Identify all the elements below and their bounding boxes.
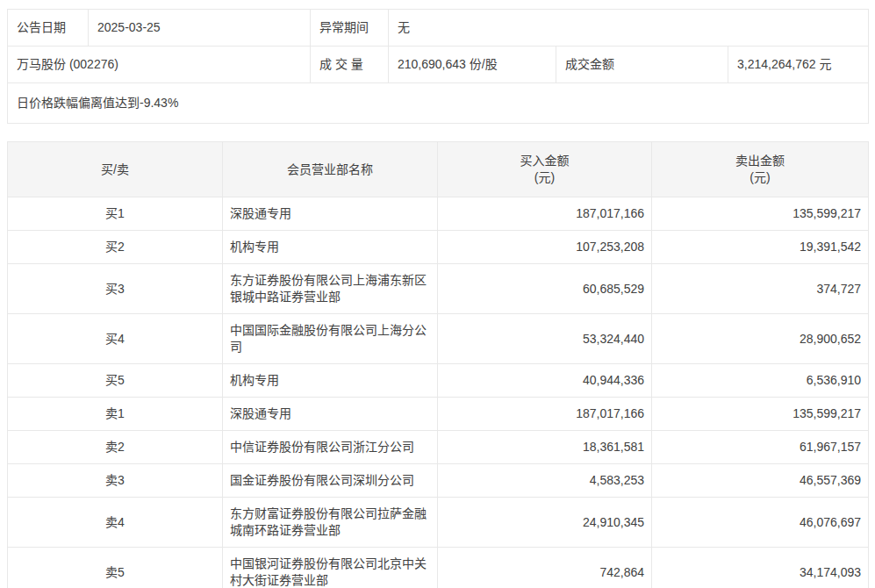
branch-cell: 机构专用 xyxy=(223,364,438,398)
side-cell: 买3 xyxy=(8,264,223,314)
table-row: 买1 深股通专用 187,017,166 135,599,217 xyxy=(8,197,869,231)
table-row: 买4 中国国际金融股份有限公司上海分公司 53,324,440 28,900,6… xyxy=(8,314,869,364)
table-row: 卖2 中信证券股份有限公司浙江分公司 18,361,581 61,967,157 xyxy=(8,431,869,464)
abnormal-period-label: 异常期间 xyxy=(311,10,389,47)
col-header-side-label: 买/卖 xyxy=(15,161,215,178)
table-row: 买3 东方证券股份有限公司上海浦东新区银城中路证券营业部 60,685,529 … xyxy=(8,264,869,314)
table-row: 卖5 中国银河证券股份有限公司北京中关村大街证券营业部 742,864 34,1… xyxy=(8,548,869,588)
col-header-side: 买/卖 xyxy=(8,142,223,197)
table-row: 卖4 东方财富证券股份有限公司拉萨金融城南环路证券营业部 24,910,345 … xyxy=(8,498,869,548)
col-header-buy-unit: (元) xyxy=(445,169,644,186)
table-row: 买2 机构专用 107,253,208 19,391,542 xyxy=(8,231,869,264)
buy-amount-cell: 107,253,208 xyxy=(438,231,652,264)
side-cell: 买5 xyxy=(8,364,223,398)
sell-amount-cell: 135,599,217 xyxy=(652,197,869,231)
info-row-stock: 万马股份 (002276) 成 交 量 210,690,643 份/股 成交金额… xyxy=(8,47,869,83)
col-header-sell: 卖出金额 (元) xyxy=(652,142,869,197)
abnormal-period-value: 无 xyxy=(389,10,869,47)
table-header-row: 买/卖 会员营业部名称 买入金额 (元) 卖出金额 (元) xyxy=(8,142,869,197)
side-cell: 卖4 xyxy=(8,498,223,548)
table-row: 卖3 国金证券股份有限公司深圳分公司 4,583,253 46,557,369 xyxy=(8,464,869,498)
stock-name: 万马股份 (002276) xyxy=(8,47,311,83)
side-cell: 买1 xyxy=(8,197,223,231)
buy-amount-cell: 187,017,166 xyxy=(438,197,652,231)
branch-cell: 国金证券股份有限公司深圳分公司 xyxy=(223,464,438,498)
branch-cell: 中国国际金融股份有限公司上海分公司 xyxy=(223,314,438,364)
deviation-note: 日价格跌幅偏离值达到-9.43% xyxy=(8,83,869,124)
buy-amount-cell: 4,583,253 xyxy=(438,464,652,498)
info-row-announce: 公告日期 2025-03-25 异常期间 无 xyxy=(8,10,869,47)
info-row-reason: 日价格跌幅偏离值达到-9.43% xyxy=(8,83,869,124)
buy-amount-cell: 53,324,440 xyxy=(438,314,652,364)
stock-info-panel: 公告日期 2025-03-25 异常期间 无 万马股份 (002276) 成 交… xyxy=(7,9,869,124)
branch-cell: 东方证券股份有限公司上海浦东新区银城中路证券营业部 xyxy=(223,264,438,314)
buy-amount-cell: 742,864 xyxy=(438,548,652,588)
sell-amount-cell: 61,967,157 xyxy=(652,431,869,464)
announce-date-label: 公告日期 xyxy=(8,10,89,47)
sell-amount-cell: 34,174,093 xyxy=(652,548,869,588)
sell-amount-cell: 374,727 xyxy=(652,264,869,314)
col-header-sell-label: 卖出金额 xyxy=(659,153,861,169)
announce-date-value: 2025-03-25 xyxy=(89,10,311,47)
stock-lhb-page: 公告日期 2025-03-25 异常期间 无 万马股份 (002276) 成 交… xyxy=(0,0,875,588)
buy-amount-cell: 24,910,345 xyxy=(438,498,652,548)
table-row: 买5 机构专用 40,944,336 6,536,910 xyxy=(8,364,869,398)
col-header-branch: 会员营业部名称 xyxy=(223,142,438,197)
sell-amount-cell: 28,900,652 xyxy=(652,314,869,364)
branch-cell: 深股通专用 xyxy=(223,398,438,431)
side-cell: 买4 xyxy=(8,314,223,364)
volume-value: 210,690,643 份/股 xyxy=(389,47,556,83)
buy-amount-cell: 60,685,529 xyxy=(438,264,652,314)
col-header-branch-label: 会员营业部名称 xyxy=(230,161,430,178)
branch-cell: 机构专用 xyxy=(223,231,438,264)
side-cell: 卖2 xyxy=(8,431,223,464)
col-header-buy: 买入金额 (元) xyxy=(438,142,652,197)
branch-cell: 东方财富证券股份有限公司拉萨金融城南环路证券营业部 xyxy=(223,498,438,548)
turnover-label: 成交金额 xyxy=(556,47,728,83)
side-cell: 买2 xyxy=(8,231,223,264)
buy-amount-cell: 18,361,581 xyxy=(438,431,652,464)
volume-label: 成 交 量 xyxy=(311,47,389,83)
sell-amount-cell: 19,391,542 xyxy=(652,231,869,264)
sell-amount-cell: 46,557,369 xyxy=(652,464,869,498)
side-cell: 卖1 xyxy=(8,398,223,431)
turnover-value: 3,214,264,762 元 xyxy=(728,47,869,83)
buy-amount-cell: 40,944,336 xyxy=(438,364,652,398)
branch-cell: 中信证券股份有限公司浙江分公司 xyxy=(223,431,438,464)
branch-cell: 中国银河证券股份有限公司北京中关村大街证券营业部 xyxy=(223,548,438,588)
col-header-sell-unit: (元) xyxy=(659,169,861,186)
sell-amount-cell: 135,599,217 xyxy=(652,398,869,431)
sell-amount-cell: 6,536,910 xyxy=(652,364,869,398)
col-header-buy-label: 买入金额 xyxy=(445,153,644,169)
trading-seats-table: 买/卖 会员营业部名称 买入金额 (元) 卖出金额 (元) 买1 深股通专用 xyxy=(7,141,869,588)
side-cell: 卖5 xyxy=(8,548,223,588)
buy-amount-cell: 187,017,166 xyxy=(438,398,652,431)
branch-cell: 深股通专用 xyxy=(223,197,438,231)
side-cell: 卖3 xyxy=(8,464,223,498)
sell-amount-cell: 46,076,697 xyxy=(652,498,869,548)
table-row: 卖1 深股通专用 187,017,166 135,599,217 xyxy=(8,398,869,431)
